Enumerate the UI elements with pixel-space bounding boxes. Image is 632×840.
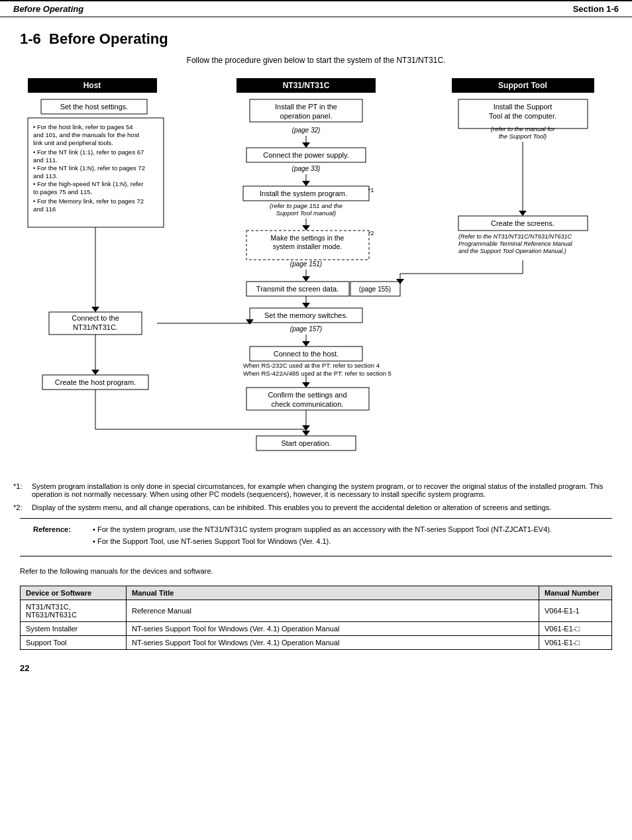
table-cell-number: V061-E1-□ [539, 636, 612, 650]
svg-marker-37 [302, 142, 310, 148]
svg-text:and 101, and the manuals for t: and 101, and the manuals for the host [33, 131, 139, 138]
svg-text:the Support Tool): the Support Tool) [499, 132, 547, 140]
reference-item-1: • For the system program, use the NT31/N… [93, 525, 599, 533]
svg-text:check communication.: check communication. [272, 400, 344, 408]
device-table: Device or Software Manual Title Manual N… [20, 586, 612, 650]
svg-text:Programmable Terminal Referenc: Programmable Terminal Reference Manual [458, 240, 573, 247]
svg-marker-78 [302, 382, 310, 388]
fn1-text: System program installation is only done… [32, 482, 619, 498]
header-right: Section 1-6 [573, 4, 619, 14]
svg-text:*2: *2 [368, 230, 374, 236]
table-header-number: Manual Number [539, 586, 612, 600]
svg-text:(page 33): (page 33) [292, 165, 321, 172]
svg-text:(page 32): (page 32) [292, 127, 321, 134]
footnote-1: *1: System program installation is only … [13, 482, 619, 498]
svg-text:(refer to the manual for: (refer to the manual for [491, 125, 555, 132]
svg-text:and 111.: and 111. [33, 156, 58, 164]
svg-text:Create the host program.: Create the host program. [55, 378, 136, 386]
svg-text:• For the Memory link, refer t: • For the Memory link, refer to pages 72 [33, 197, 144, 205]
svg-text:Connect the power supply.: Connect the power supply. [263, 151, 348, 159]
svg-text:*1: *1 [368, 187, 374, 193]
svg-text:Support Tool: Support Tool [498, 81, 547, 90]
svg-text:(page 155): (page 155) [359, 286, 391, 293]
table-cell-device: NT31/NT31C,NT631/NT631C [21, 600, 127, 622]
svg-marker-49 [302, 225, 310, 231]
main-content: 1-6 Before Operating Follow the procedur… [0, 17, 632, 476]
reference-label: Reference: [33, 525, 93, 533]
svg-text:Set the host settings.: Set the host settings. [60, 103, 129, 111]
svg-marker-56 [302, 276, 310, 282]
reference-section: Reference: • For the system program, use… [20, 518, 612, 556]
svg-marker-26 [91, 370, 99, 375]
svg-text:• For the NT link (1:N), refer: • For the NT link (1:N), refer to pages … [33, 164, 145, 172]
table-cell-device: Support Tool [21, 636, 127, 650]
header-left: Before Operating [13, 4, 83, 14]
svg-text:(page 157): (page 157) [290, 325, 322, 333]
svg-marker-83 [302, 431, 310, 436]
footnote-2: *2: Display of the system menu, and all … [13, 503, 619, 511]
footnotes: *1: System program installation is only … [0, 482, 632, 511]
svg-text:system installer mode.: system installer mode. [273, 242, 342, 250]
table-row: Support Tool NT-series Support Tool for … [21, 636, 612, 650]
svg-text:and 116: and 116 [33, 205, 56, 213]
svg-text:• For the host link, refer to : • For the host link, refer to pages 54 [33, 123, 133, 131]
svg-text:Make the settings in the: Make the settings in the [271, 234, 344, 242]
svg-text:(page 151): (page 151) [290, 260, 322, 268]
table-cell-device: System Installer [21, 622, 127, 636]
svg-text:• For the NT link (1:1), refer: • For the NT link (1:1), refer to pages … [33, 148, 144, 156]
table-row: System Installer NT-series Support Tool … [21, 622, 612, 636]
table-cell-number: V061-E1-□ [539, 622, 612, 636]
svg-text:Create the screens.: Create the screens. [491, 219, 554, 227]
svg-text:Start operation.: Start operation. [281, 439, 331, 447]
svg-text:Transmit the screen data.: Transmit the screen data. [256, 285, 339, 293]
refer-text: Refer to the following manuals for the d… [0, 563, 632, 579]
table-cell-manual: Reference Manual [127, 600, 539, 622]
reference-row-2: • For the Support Tool, use NT-series Su… [33, 537, 599, 545]
flow-diagram: Host NT31/NT31C Support Tool Set the hos… [20, 78, 612, 462]
svg-text:When RS-422A/485 used at the P: When RS-422A/485 used at the PT: refer t… [243, 370, 392, 377]
svg-text:to pages 75 and 115.: to pages 75 and 115. [33, 188, 92, 195]
svg-text:Install the PT in the: Install the PT in the [275, 103, 337, 111]
svg-text:Connect to the: Connect to the [72, 314, 119, 322]
table-row: NT31/NT31C,NT631/NT631C Reference Manual… [21, 600, 612, 622]
fn2-label: *2: [13, 503, 32, 511]
intro-text: Follow the procedure given below to star… [20, 56, 612, 65]
svg-text:(refer to page 151 and the: (refer to page 151 and the [270, 202, 342, 209]
page-header: Before Operating Section 1-6 [0, 0, 632, 17]
svg-text:Connect to the host.: Connect to the host. [274, 350, 339, 358]
svg-marker-70 [302, 341, 310, 346]
svg-text:When RS-232C used at the PT: r: When RS-232C used at the PT: refer to se… [243, 362, 380, 369]
page-number: 22 [0, 656, 632, 680]
section-title: 1-6 Before Operating [20, 30, 612, 48]
svg-text:• For the high-speed NT link (: • For the high-speed NT link (1:N), refe… [33, 180, 143, 187]
svg-text:link unit and peripheral tools: link unit and peripheral tools. [33, 139, 113, 146]
svg-text:NT31/NT31C: NT31/NT31C [283, 81, 330, 90]
svg-text:operation panel.: operation panel. [280, 112, 333, 120]
reference-item-2: • For the Support Tool, use NT-series Su… [93, 537, 599, 545]
svg-text:Host: Host [83, 81, 101, 90]
svg-text:Tool at the computer.: Tool at the computer. [489, 112, 556, 120]
svg-marker-21 [91, 307, 99, 312]
table-cell-manual: NT-series Support Tool for Windows (Ver.… [127, 622, 539, 636]
page: Before Operating Section 1-6 1-6 Before … [0, 0, 632, 840]
svg-text:Install the system program.: Install the system program. [260, 189, 347, 197]
table-cell-number: V064-E1-1 [539, 600, 612, 622]
reference-row-1: Reference: • For the system program, use… [33, 525, 599, 533]
fn2-text: Display of the system menu, and all chan… [32, 503, 551, 511]
table-header-device: Device or Software [21, 586, 127, 600]
svg-marker-92 [519, 211, 527, 216]
svg-text:Set the memory switches.: Set the memory switches. [264, 311, 348, 319]
svg-text:Support Tool manual): Support Tool manual) [276, 209, 336, 217]
fn1-label: *1: [13, 482, 32, 498]
svg-text:(Refer to the NT31/NT31C/NT631: (Refer to the NT31/NT31C/NT631/NT631C [458, 233, 572, 240]
table-cell-manual: NT-series Support Tool for Windows (Ver.… [127, 636, 539, 650]
svg-marker-65 [302, 303, 310, 308]
svg-text:Confirm the settings and: Confirm the settings and [268, 391, 346, 399]
svg-marker-42 [302, 181, 310, 186]
svg-text:and 113.: and 113. [33, 172, 58, 180]
svg-text:Install the Support: Install the Support [494, 103, 553, 111]
svg-text:and the Support Tool Operation: and the Support Tool Operation Manual.) [458, 248, 566, 254]
svg-text:NT31/NT31C.: NT31/NT31C. [73, 323, 118, 331]
table-header-manual: Manual Title [127, 586, 539, 600]
